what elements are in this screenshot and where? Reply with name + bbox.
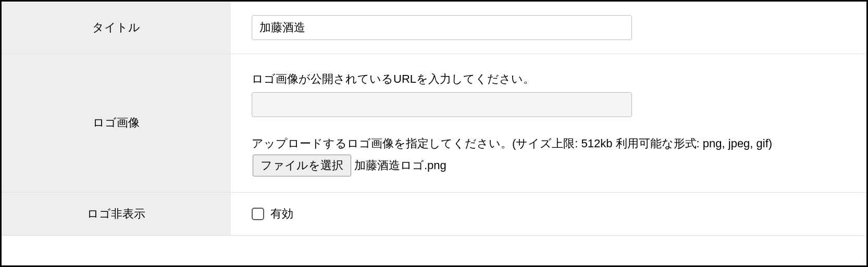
logo-hide-row: ロゴ非表示 有効: [2, 193, 866, 236]
logo-row: ロゴ画像 ロゴ画像が公開されているURLを入力してください。 アップロードするロ…: [2, 54, 866, 193]
title-label: タイトル: [2, 2, 231, 54]
logo-hide-label-text: ロゴ非表示: [87, 206, 145, 222]
logo-label-text: ロゴ画像: [93, 115, 140, 131]
logo-hide-checkbox-row: 有効: [252, 206, 846, 222]
file-select-button[interactable]: ファイルを選択: [253, 155, 351, 176]
selected-file-name: 加藤酒造ロゴ.png: [354, 159, 447, 172]
logo-hide-checkbox[interactable]: [252, 208, 264, 220]
logo-upload-help: アップロードするロゴ画像を指定してください。(サイズ上限: 512kb 利用可能…: [252, 137, 772, 150]
logo-hide-label: ロゴ非表示: [2, 193, 231, 235]
title-label-text: タイトル: [92, 20, 140, 35]
logo-value-cell: ロゴ画像が公開されているURLを入力してください。 アップロードするロゴ画像を指…: [231, 54, 866, 192]
title-row: タイトル: [2, 2, 866, 54]
title-value-cell: [231, 2, 866, 54]
logo-hide-value-cell: 有効: [231, 193, 866, 235]
logo-label: ロゴ画像: [2, 54, 231, 192]
logo-url-input[interactable]: [252, 92, 632, 117]
logo-url-help: ロゴ画像が公開されているURLを入力してください。: [252, 70, 846, 88]
settings-form: タイトル ロゴ画像 ロゴ画像が公開されているURLを入力してください。 アップロ…: [2, 2, 866, 236]
title-input[interactable]: [252, 15, 632, 40]
logo-hide-checkbox-label: 有効: [270, 206, 293, 222]
logo-upload-group: アップロードするロゴ画像を指定してください。(サイズ上限: 512kb 利用可能…: [252, 133, 846, 176]
logo-url-group: ロゴ画像が公開されているURLを入力してください。: [252, 70, 846, 117]
